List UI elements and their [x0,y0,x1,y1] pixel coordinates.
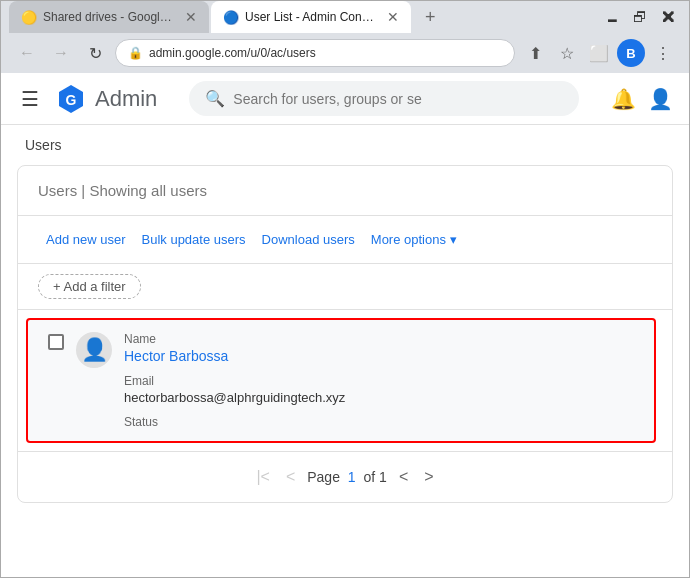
add-new-user-button[interactable]: Add new user [38,228,134,251]
window-controls: 🗕 🗗 🗙 [599,7,681,27]
browser-menu-icon[interactable]: ⋮ [649,39,677,67]
avatar: 👤 [76,332,112,368]
pagination-prev-button[interactable]: < [282,464,299,490]
forward-button[interactable]: → [47,39,75,67]
email-label: Email [124,374,634,388]
browser-window: 🟡 Shared drives - Google Drive ✕ 🔵 User … [0,0,690,578]
user-name[interactable]: Hector Barbossa [124,348,634,364]
user-email: hectorbarbossa@alphrguidingtech.xyz [124,390,634,405]
status-label: Status [124,415,634,429]
header-icons: 🔔 👤 [611,87,673,111]
users-card: Users | Showing all users Add new user B… [17,165,673,503]
tab2-title: User List - Admin Console [245,10,377,24]
tab1-title: Shared drives - Google Drive [43,10,175,24]
pagination: |< < Page 1 of 1 < > [18,451,672,502]
svg-text:G: G [66,92,77,108]
user-list-item[interactable]: 👤 Name Hector Barbossa Email hectorbarbo… [26,318,656,443]
bulk-update-users-button[interactable]: Bulk update users [134,228,254,251]
users-panel-header: Users | Showing all users [18,166,672,216]
search-bar[interactable]: 🔍 [189,81,579,116]
name-label: Name [124,332,634,346]
page-label: Page [307,469,340,485]
admin-logo: G Admin [55,83,157,115]
bookmark-icon[interactable]: ☆ [553,39,581,67]
pagination-prev2-button[interactable]: < [395,464,412,490]
profile-button[interactable]: B [617,39,645,67]
admin-header: ☰ G Admin 🔍 🔔 👤 [1,73,689,125]
page-number: 1 [348,469,356,485]
extension-icon[interactable]: ⬜ [585,39,613,67]
breadcrumb-label: Users [25,137,62,153]
maximize-button[interactable]: 🗗 [627,7,653,27]
tab-shared-drives[interactable]: 🟡 Shared drives - Google Drive ✕ [9,1,209,33]
add-filter-button[interactable]: + Add a filter [38,274,141,299]
users-subtitle: | Showing all users [81,182,207,199]
tab-user-list[interactable]: 🔵 User List - Admin Console ✕ [211,1,411,33]
notifications-icon[interactable]: 🔔 [611,87,636,111]
address-bar: ← → ↻ 🔒 admin.google.com/u/0/ac/users ⬆ … [1,33,689,73]
browser-actions: ⬆ ☆ ⬜ B ⋮ [521,39,677,67]
tab2-favicon: 🔵 [223,10,239,25]
tab1-close[interactable]: ✕ [185,10,197,24]
pagination-info: Page 1 of 1 [307,469,387,485]
of-label: of 1 [364,469,387,485]
hamburger-button[interactable]: ☰ [17,83,43,115]
new-tab-button[interactable]: + [417,3,444,32]
dropdown-icon: ▾ [450,232,457,247]
account-icon[interactable]: 👤 [648,87,673,111]
page-content: ☰ G Admin 🔍 🔔 👤 [1,73,689,571]
google-admin-logo-icon: G [55,83,87,115]
lock-icon: 🔒 [128,46,143,60]
person-avatar-icon: 👤 [81,337,108,363]
user-info: Name Hector Barbossa Email hectorbarboss… [124,332,634,429]
users-title: Users [38,182,77,199]
admin-title: Admin [95,86,157,112]
download-users-button[interactable]: Download users [254,228,363,251]
share-icon[interactable]: ⬆ [521,39,549,67]
user-checkbox[interactable] [48,334,64,350]
url-text: admin.google.com/u/0/ac/users [149,46,502,60]
search-input[interactable] [233,91,563,107]
filter-row: + Add a filter [18,264,672,310]
users-toolbar: Add new user Bulk update users Download … [18,216,672,264]
main-content: Users | Showing all users Add new user B… [1,165,689,503]
tab1-favicon: 🟡 [21,10,37,25]
close-button[interactable]: 🗙 [655,7,681,27]
breadcrumb: Users [1,125,689,165]
back-button[interactable]: ← [13,39,41,67]
refresh-button[interactable]: ↻ [81,39,109,67]
search-icon: 🔍 [205,89,225,108]
title-bar: 🟡 Shared drives - Google Drive ✕ 🔵 User … [1,1,689,33]
minimize-button[interactable]: 🗕 [599,7,625,27]
pagination-first-button[interactable]: |< [252,464,274,490]
pagination-next-button[interactable]: > [420,464,437,490]
tab2-close[interactable]: ✕ [387,10,399,24]
more-options-button[interactable]: More options ▾ [363,228,465,251]
more-options-label: More options [371,232,446,247]
url-bar[interactable]: 🔒 admin.google.com/u/0/ac/users [115,39,515,67]
